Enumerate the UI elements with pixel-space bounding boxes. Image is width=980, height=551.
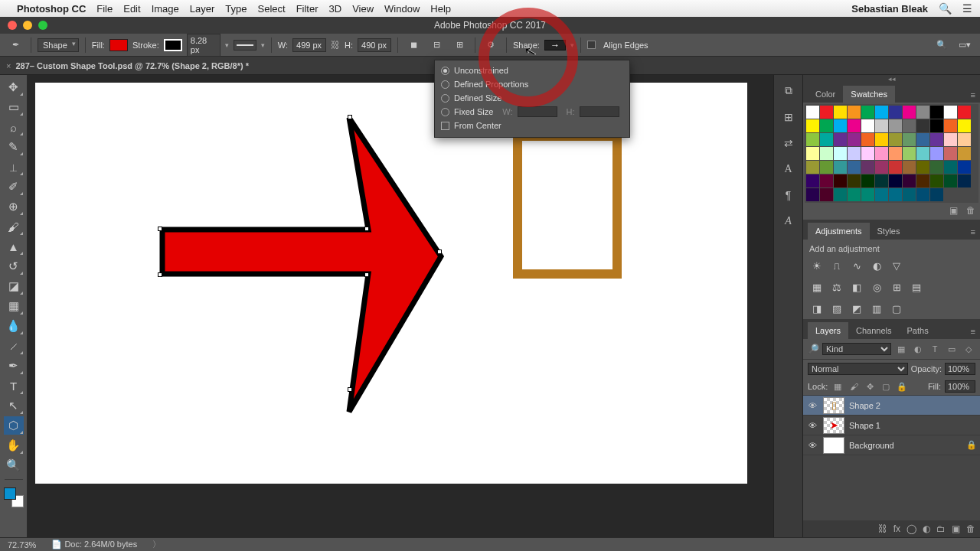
zoom-tool[interactable]: 🔍 [4, 456, 24, 474]
swatch[interactable] [944, 174, 957, 187]
history-brush-tool[interactable]: ↺ [4, 257, 24, 276]
filter-pixel-icon[interactable]: ▦ [894, 342, 908, 356]
opt-unconstrained-radio[interactable] [441, 67, 449, 75]
swatch[interactable] [930, 161, 943, 174]
swatch[interactable] [834, 147, 847, 160]
swatch[interactable] [889, 188, 902, 201]
move-tool[interactable]: ✥ [4, 78, 24, 96]
swatch[interactable] [848, 119, 861, 132]
paths-tab[interactable]: Paths [900, 322, 936, 339]
swatch[interactable] [820, 147, 833, 160]
opt-def-prop-label[interactable]: Defined Proportions [454, 80, 528, 89]
filter-smart-icon[interactable]: ◇ [962, 342, 975, 356]
adj-brightness-icon[interactable]: ☀ [809, 258, 825, 273]
geometry-options-button[interactable]: ⚙ [482, 37, 500, 53]
stroke-size-input[interactable]: 8.28 px [187, 34, 220, 57]
swatch[interactable] [820, 188, 833, 201]
menu-edit[interactable]: Edit [123, 3, 140, 15]
swatch[interactable] [916, 161, 929, 174]
swatch[interactable] [806, 147, 819, 160]
menu-help[interactable]: Help [430, 3, 451, 15]
adj-gradient-icon[interactable]: ▥ [869, 301, 884, 316]
menu-filter[interactable]: Filter [296, 3, 318, 15]
adj-panel-menu-icon[interactable]: ≡ [966, 224, 980, 240]
foreground-background-colors[interactable] [4, 487, 24, 507]
quick-select-tool[interactable]: ✎ [4, 138, 24, 156]
blend-mode-select[interactable]: Normal [808, 363, 908, 375]
doc-info[interactable]: 📄 Doc: 2.64M/0 bytes [51, 540, 137, 549]
lock-all-icon[interactable]: 🔒 [896, 380, 908, 393]
styles-tab[interactable]: Styles [870, 223, 908, 240]
opt-unconstrained-label[interactable]: Unconstrained [454, 66, 508, 75]
eraser-tool[interactable]: ◪ [4, 277, 24, 295]
swatch[interactable] [958, 119, 971, 132]
adj-levels-icon[interactable]: ⎍ [829, 258, 844, 273]
layer-row[interactable]: 👁Background🔒 [803, 435, 980, 455]
layer-visibility-icon[interactable]: 👁 [806, 421, 818, 430]
gradient-tool[interactable]: ▦ [4, 297, 24, 315]
swatch[interactable] [889, 174, 902, 187]
menu-list-icon[interactable]: ☰ [962, 2, 972, 15]
swatch[interactable] [806, 188, 819, 201]
menu-file[interactable]: File [96, 3, 113, 15]
swatch[interactable] [916, 147, 929, 160]
channels-tab[interactable]: Channels [848, 322, 899, 339]
swatch[interactable] [820, 106, 833, 119]
swatch[interactable] [944, 133, 957, 146]
opt-fixed-radio[interactable] [441, 108, 449, 116]
swatch[interactable] [820, 161, 833, 174]
menu-image[interactable]: Image [152, 3, 179, 15]
adj-posterize-icon[interactable]: ▨ [829, 301, 844, 316]
swatch[interactable] [958, 147, 971, 160]
new-swatch-icon[interactable]: ▣ [949, 205, 958, 216]
character-panel-icon[interactable]: ⇄ [784, 137, 793, 149]
layer-link-icon[interactable]: ⛓ [878, 523, 887, 534]
swatch[interactable] [834, 188, 847, 201]
adj-threshold-icon[interactable]: ◩ [849, 301, 864, 316]
swatch[interactable] [916, 119, 929, 132]
shape-dropdown-icon[interactable]: ▾ [570, 41, 574, 49]
layer-thumbnail[interactable]: ➤ [823, 417, 844, 434]
swatch[interactable] [806, 161, 819, 174]
swatch[interactable] [875, 161, 888, 174]
layer-name[interactable]: Shape 2 [849, 401, 880, 410]
swatch[interactable] [861, 133, 874, 146]
canvas[interactable] [35, 83, 747, 484]
swatch[interactable] [806, 174, 819, 187]
swatch[interactable] [944, 106, 957, 119]
stroke-dropdown-icon[interactable]: ▾ [225, 41, 229, 49]
swatch[interactable] [848, 147, 861, 160]
path-align-icon[interactable]: ⊟ [427, 37, 446, 53]
tool-preset-icon[interactable]: ✒ [6, 37, 24, 53]
path-new-icon[interactable]: ◼ [404, 37, 423, 53]
swatch[interactable] [916, 106, 929, 119]
layer-name[interactable]: Background [849, 441, 894, 450]
status-more-icon[interactable]: 〉 [152, 539, 161, 550]
swatch[interactable] [889, 119, 902, 132]
layer-row[interactable]: 👁➤Shape 1 [803, 416, 980, 435]
from-center-label[interactable]: From Center [454, 121, 501, 130]
swatch[interactable] [889, 147, 902, 160]
hand-tool[interactable]: ✋ [4, 436, 24, 455]
adjustments-tab[interactable]: Adjustments [808, 223, 870, 240]
swatch[interactable] [903, 119, 916, 132]
swatch[interactable] [958, 133, 971, 146]
swatch[interactable] [820, 119, 833, 132]
swatch[interactable] [861, 188, 874, 201]
layer-mask-icon[interactable]: ◯ [906, 523, 916, 534]
opt-def-size-label[interactable]: Defined Size [454, 93, 501, 103]
swatch[interactable] [861, 106, 874, 119]
path-arrange-icon[interactable]: ⊞ [450, 37, 469, 53]
swatch[interactable] [861, 174, 874, 187]
opacity-input[interactable]: 100% [945, 363, 975, 375]
canvas-area[interactable] [28, 75, 773, 537]
width-input[interactable]: 499 px [292, 38, 326, 52]
lock-image-icon[interactable]: 🖌 [848, 380, 860, 393]
swatch[interactable] [903, 161, 916, 174]
filter-shape-icon[interactable]: ▭ [945, 342, 959, 356]
lock-position-icon[interactable]: ✥ [864, 380, 876, 393]
menu-layer[interactable]: Layer [190, 3, 215, 15]
swatch[interactable] [916, 174, 929, 187]
crop-tool[interactable]: ⟂ [4, 158, 24, 176]
shape-picker[interactable] [544, 40, 566, 51]
